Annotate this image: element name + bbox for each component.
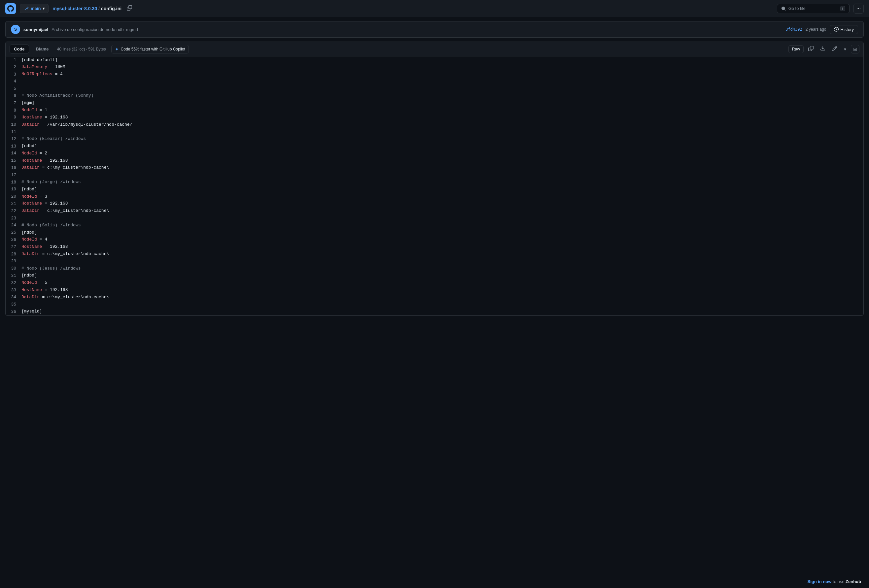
table-row: 23 — [6, 215, 863, 222]
line-content — [21, 301, 863, 308]
table-row: 30# Nodo (Jesus) /windows — [6, 265, 863, 272]
table-row: 26NodeId = 4 — [6, 236, 863, 243]
table-row: 12# Nodo (Eleazar) /windows — [6, 136, 863, 143]
code-table: 1[ndbd default]2DataMemory = 100M3NoOfRe… — [6, 56, 863, 315]
line-number[interactable]: 6 — [6, 92, 21, 100]
table-row: 35 — [6, 301, 863, 308]
line-number[interactable]: 13 — [6, 143, 21, 150]
line-number[interactable]: 31 — [6, 272, 21, 280]
signin-link[interactable]: Sign in now — [807, 579, 831, 584]
copilot-badge[interactable]: ✦ Code 55% faster with GitHub Copilot — [111, 45, 189, 53]
line-number[interactable]: 29 — [6, 258, 21, 265]
line-number[interactable]: 35 — [6, 301, 21, 308]
line-content: # Nodo (Eleazar) /windows — [21, 136, 863, 143]
path-separator: / — [98, 6, 100, 11]
line-number[interactable]: 24 — [6, 222, 21, 229]
line-number[interactable]: 18 — [6, 179, 21, 186]
file-name: config.ini — [101, 6, 122, 11]
line-number[interactable]: 23 — [6, 215, 21, 222]
line-content: NodeId = 2 — [21, 150, 863, 157]
table-row: 5 — [6, 85, 863, 92]
line-number[interactable]: 30 — [6, 265, 21, 272]
file-info: 40 lines (32 loc) · 591 Bytes — [57, 47, 106, 52]
table-row: 36[mysqld] — [6, 308, 863, 315]
repo-name[interactable]: mysql-cluster-8.0.30 — [52, 6, 97, 11]
line-content — [21, 258, 863, 265]
history-label: History — [841, 27, 854, 32]
copy-path-button[interactable] — [126, 4, 133, 13]
line-number[interactable]: 36 — [6, 308, 21, 315]
line-number[interactable]: 11 — [6, 128, 21, 136]
table-row: 4 — [6, 78, 863, 85]
line-number[interactable]: 10 — [6, 121, 21, 128]
line-number[interactable]: 7 — [6, 100, 21, 107]
line-number[interactable]: 4 — [6, 78, 21, 85]
line-number[interactable]: 14 — [6, 150, 21, 157]
line-number[interactable]: 33 — [6, 287, 21, 294]
tab-blame[interactable]: Blame — [32, 44, 53, 53]
line-number[interactable]: 34 — [6, 294, 21, 301]
table-row: 18# Nodo (Jorge) /windows — [6, 179, 863, 186]
search-bar[interactable]: Go to file t — [777, 4, 850, 13]
copilot-icon: ✦ — [115, 46, 119, 52]
history-button[interactable]: History — [830, 25, 858, 34]
table-row: 33HostName = 192.168 — [6, 287, 863, 294]
line-number[interactable]: 2 — [6, 64, 21, 71]
line-number[interactable]: 20 — [6, 193, 21, 200]
table-row: 1[ndbd default] — [6, 56, 863, 64]
line-content: HostName = 192.168 — [21, 114, 863, 121]
signin-brand: Zenhub — [845, 579, 861, 584]
line-number[interactable]: 15 — [6, 157, 21, 164]
expand-button[interactable]: ⊞ — [851, 45, 859, 53]
table-row: 21HostName = 192.168 — [6, 200, 863, 207]
edit-button[interactable] — [830, 44, 839, 53]
table-row: 24# Nodo (Solis) /windows — [6, 222, 863, 229]
search-placeholder: Go to file — [789, 6, 805, 11]
line-content: [ndbd] — [21, 229, 863, 236]
line-number[interactable]: 28 — [6, 251, 21, 258]
download-button[interactable] — [818, 44, 827, 53]
commit-hash[interactable]: 3fd4392 — [786, 27, 802, 32]
table-row: 6# Nodo Administrador (Sonny) — [6, 92, 863, 100]
line-content — [21, 172, 863, 179]
more-options-button[interactable]: ··· — [853, 4, 864, 13]
line-content — [21, 78, 863, 85]
line-number[interactable]: 17 — [6, 172, 21, 179]
line-content: NodeId = 5 — [21, 280, 863, 287]
line-number[interactable]: 19 — [6, 186, 21, 193]
line-content: HostName = 192.168 — [21, 200, 863, 207]
table-row: 17 — [6, 172, 863, 179]
branch-selector[interactable]: ⎇ main ▾ — [20, 4, 49, 13]
line-number[interactable]: 5 — [6, 85, 21, 92]
line-number[interactable]: 12 — [6, 136, 21, 143]
table-row: 2DataMemory = 100M — [6, 64, 863, 71]
line-number[interactable]: 32 — [6, 280, 21, 287]
line-content: DataDir = c:\my_cluster\ndb-cache\ — [21, 164, 863, 172]
line-content: NodeId = 4 — [21, 236, 863, 243]
line-content: [ndbd default] — [21, 56, 863, 64]
signin-bar: Sign in now to use Zenhub — [799, 575, 869, 588]
copy-button[interactable] — [806, 44, 816, 53]
line-number[interactable]: 21 — [6, 200, 21, 207]
line-number[interactable]: 25 — [6, 229, 21, 236]
table-row: 22DataDir = c:\my_cluster\ndb-cache\ — [6, 207, 863, 215]
line-number[interactable]: 16 — [6, 164, 21, 172]
line-number[interactable]: 9 — [6, 114, 21, 121]
line-content: HostName = 192.168 — [21, 157, 863, 164]
line-number[interactable]: 22 — [6, 207, 21, 215]
line-number[interactable]: 26 — [6, 236, 21, 243]
line-content: [ndbd] — [21, 272, 863, 280]
branch-name: main — [31, 6, 41, 11]
raw-button[interactable]: Raw — [789, 45, 804, 53]
commit-username[interactable]: sonnymijael — [24, 27, 48, 32]
tab-code[interactable]: Code — [10, 44, 29, 53]
dropdown-arrow: ▾ — [43, 6, 45, 11]
line-number[interactable]: 1 — [6, 56, 21, 64]
line-content: [mgm] — [21, 100, 863, 107]
github-icon — [5, 3, 16, 14]
line-number[interactable]: 8 — [6, 107, 21, 114]
line-number[interactable]: 3 — [6, 71, 21, 78]
edit-dropdown[interactable]: ▾ — [842, 45, 848, 53]
table-row: 28DataDir = c:\my_cluster\ndb-cache\ — [6, 251, 863, 258]
line-number[interactable]: 27 — [6, 243, 21, 251]
